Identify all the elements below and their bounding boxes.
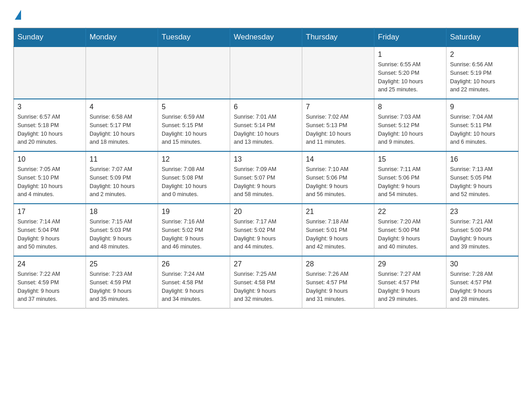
calendar-week-row: 24Sunrise: 7:22 AM Sunset: 4:59 PM Dayli… [14, 256, 519, 308]
table-row: 30Sunrise: 7:28 AM Sunset: 4:57 PM Dayli… [446, 256, 519, 308]
table-row: 11Sunrise: 7:07 AM Sunset: 5:09 PM Dayli… [86, 151, 158, 204]
table-row: 26Sunrise: 7:24 AM Sunset: 4:58 PM Dayli… [158, 256, 230, 308]
day-number: 19 [162, 208, 226, 216]
day-info: Sunrise: 6:56 AM Sunset: 5:19 PM Dayligh… [450, 60, 515, 94]
table-row: 16Sunrise: 7:13 AM Sunset: 5:05 PM Dayli… [446, 151, 519, 204]
table-row: 12Sunrise: 7:08 AM Sunset: 5:08 PM Dayli… [158, 151, 230, 204]
day-info: Sunrise: 7:15 AM Sunset: 5:03 PM Dayligh… [90, 218, 154, 251]
table-row [158, 47, 230, 99]
table-row: 10Sunrise: 7:05 AM Sunset: 5:10 PM Dayli… [14, 151, 86, 204]
header-tuesday: Tuesday [158, 28, 230, 47]
calendar-week-row: 3Sunrise: 6:57 AM Sunset: 5:18 PM Daylig… [14, 99, 519, 151]
day-info: Sunrise: 7:04 AM Sunset: 5:11 PM Dayligh… [450, 113, 515, 146]
header-thursday: Thursday [302, 28, 374, 47]
table-row: 24Sunrise: 7:22 AM Sunset: 4:59 PM Dayli… [14, 256, 86, 308]
day-info: Sunrise: 7:07 AM Sunset: 5:09 PM Dayligh… [90, 165, 154, 199]
day-number: 15 [378, 155, 442, 163]
day-number: 20 [234, 208, 298, 216]
day-info: Sunrise: 7:13 AM Sunset: 5:05 PM Dayligh… [450, 165, 515, 199]
day-number: 14 [306, 155, 370, 163]
logo [13, 9, 21, 19]
calendar-week-row: 17Sunrise: 7:14 AM Sunset: 5:04 PM Dayli… [14, 204, 519, 256]
table-row: 18Sunrise: 7:15 AM Sunset: 5:03 PM Dayli… [86, 204, 158, 256]
day-number: 30 [450, 260, 515, 268]
day-info: Sunrise: 6:55 AM Sunset: 5:20 PM Dayligh… [378, 60, 442, 94]
day-number: 6 [234, 103, 298, 111]
day-number: 24 [17, 260, 82, 268]
day-number: 5 [162, 103, 226, 111]
day-number: 21 [306, 208, 370, 216]
day-number: 17 [17, 208, 82, 216]
day-info: Sunrise: 7:26 AM Sunset: 4:57 PM Dayligh… [306, 270, 370, 304]
day-info: Sunrise: 7:14 AM Sunset: 5:04 PM Dayligh… [17, 218, 82, 251]
day-number: 7 [306, 103, 370, 111]
header-monday: Monday [86, 28, 158, 47]
day-number: 23 [450, 208, 515, 216]
table-row: 3Sunrise: 6:57 AM Sunset: 5:18 PM Daylig… [14, 99, 86, 151]
day-info: Sunrise: 7:02 AM Sunset: 5:13 PM Dayligh… [306, 113, 370, 146]
table-row: 2Sunrise: 6:56 AM Sunset: 5:19 PM Daylig… [446, 47, 519, 99]
day-number: 2 [450, 51, 515, 59]
table-row: 27Sunrise: 7:25 AM Sunset: 4:58 PM Dayli… [230, 256, 302, 308]
day-info: Sunrise: 7:25 AM Sunset: 4:58 PM Dayligh… [234, 270, 298, 304]
calendar-header-row: Sunday Monday Tuesday Wednesday Thursday… [14, 28, 519, 47]
day-number: 12 [162, 155, 226, 163]
header-saturday: Saturday [446, 28, 519, 47]
day-number: 26 [162, 260, 226, 268]
day-number: 28 [306, 260, 370, 268]
table-row: 21Sunrise: 7:18 AM Sunset: 5:01 PM Dayli… [302, 204, 374, 256]
day-number: 29 [378, 260, 442, 268]
calendar-table: Sunday Monday Tuesday Wednesday Thursday… [13, 28, 519, 308]
header-sunday: Sunday [14, 28, 86, 47]
day-info: Sunrise: 7:03 AM Sunset: 5:12 PM Dayligh… [378, 113, 442, 146]
day-number: 3 [17, 103, 82, 111]
day-number: 27 [234, 260, 298, 268]
day-info: Sunrise: 7:16 AM Sunset: 5:02 PM Dayligh… [162, 218, 226, 251]
day-number: 13 [234, 155, 298, 163]
day-info: Sunrise: 7:05 AM Sunset: 5:10 PM Dayligh… [17, 165, 82, 199]
table-row: 4Sunrise: 6:58 AM Sunset: 5:17 PM Daylig… [86, 99, 158, 151]
day-number: 16 [450, 155, 515, 163]
day-number: 18 [90, 208, 154, 216]
table-row: 15Sunrise: 7:11 AM Sunset: 5:06 PM Dayli… [374, 151, 446, 204]
calendar-week-row: 10Sunrise: 7:05 AM Sunset: 5:10 PM Dayli… [14, 151, 519, 204]
table-row: 17Sunrise: 7:14 AM Sunset: 5:04 PM Dayli… [14, 204, 86, 256]
day-info: Sunrise: 7:01 AM Sunset: 5:14 PM Dayligh… [234, 113, 298, 146]
day-info: Sunrise: 6:58 AM Sunset: 5:17 PM Dayligh… [90, 113, 154, 146]
day-number: 22 [378, 208, 442, 216]
table-row: 8Sunrise: 7:03 AM Sunset: 5:12 PM Daylig… [374, 99, 446, 151]
day-info: Sunrise: 7:10 AM Sunset: 5:06 PM Dayligh… [306, 165, 370, 199]
table-row: 9Sunrise: 7:04 AM Sunset: 5:11 PM Daylig… [446, 99, 519, 151]
page-header [13, 9, 519, 19]
day-number: 11 [90, 155, 154, 163]
day-info: Sunrise: 7:08 AM Sunset: 5:08 PM Dayligh… [162, 165, 226, 199]
day-info: Sunrise: 7:20 AM Sunset: 5:00 PM Dayligh… [378, 218, 442, 251]
table-row [230, 47, 302, 99]
table-row [302, 47, 374, 99]
table-row [86, 47, 158, 99]
day-info: Sunrise: 7:23 AM Sunset: 4:59 PM Dayligh… [90, 270, 154, 304]
day-info: Sunrise: 7:28 AM Sunset: 4:57 PM Dayligh… [450, 270, 515, 304]
table-row: 23Sunrise: 7:21 AM Sunset: 5:00 PM Dayli… [446, 204, 519, 256]
day-info: Sunrise: 6:59 AM Sunset: 5:15 PM Dayligh… [162, 113, 226, 146]
table-row: 19Sunrise: 7:16 AM Sunset: 5:02 PM Dayli… [158, 204, 230, 256]
day-info: Sunrise: 7:27 AM Sunset: 4:57 PM Dayligh… [378, 270, 442, 304]
day-info: Sunrise: 6:57 AM Sunset: 5:18 PM Dayligh… [17, 113, 82, 146]
day-number: 8 [378, 103, 442, 111]
table-row: 25Sunrise: 7:23 AM Sunset: 4:59 PM Dayli… [86, 256, 158, 308]
table-row: 20Sunrise: 7:17 AM Sunset: 5:02 PM Dayli… [230, 204, 302, 256]
table-row: 7Sunrise: 7:02 AM Sunset: 5:13 PM Daylig… [302, 99, 374, 151]
table-row: 22Sunrise: 7:20 AM Sunset: 5:00 PM Dayli… [374, 204, 446, 256]
header-wednesday: Wednesday [230, 28, 302, 47]
day-info: Sunrise: 7:11 AM Sunset: 5:06 PM Dayligh… [378, 165, 442, 199]
day-info: Sunrise: 7:21 AM Sunset: 5:00 PM Dayligh… [450, 218, 515, 251]
day-number: 10 [17, 155, 82, 163]
day-number: 1 [378, 51, 442, 59]
table-row: 1Sunrise: 6:55 AM Sunset: 5:20 PM Daylig… [374, 47, 446, 99]
table-row: 14Sunrise: 7:10 AM Sunset: 5:06 PM Dayli… [302, 151, 374, 204]
day-info: Sunrise: 7:24 AM Sunset: 4:58 PM Dayligh… [162, 270, 226, 304]
calendar-week-row: 1Sunrise: 6:55 AM Sunset: 5:20 PM Daylig… [14, 47, 519, 99]
day-info: Sunrise: 7:22 AM Sunset: 4:59 PM Dayligh… [17, 270, 82, 304]
day-info: Sunrise: 7:09 AM Sunset: 5:07 PM Dayligh… [234, 165, 298, 199]
table-row: 13Sunrise: 7:09 AM Sunset: 5:07 PM Dayli… [230, 151, 302, 204]
